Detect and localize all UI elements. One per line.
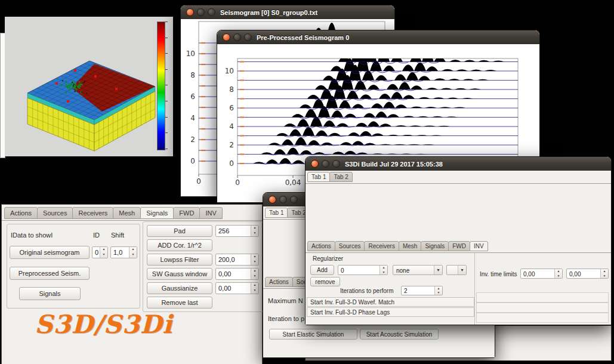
s3di-top-tab-tab-1[interactable]: Tab 1 [307, 172, 330, 182]
sw-gauss-window-button[interactable]: SW Gauss window [147, 268, 212, 280]
spinner-arrows-icon[interactable]: ▲▼ [251, 269, 258, 279]
spinner-arrows-icon[interactable]: ▲▼ [129, 247, 137, 258]
spinner-arrows-icon[interactable]: ▲▼ [554, 269, 562, 278]
minimize-icon[interactable] [322, 160, 329, 168]
inv-time-limit-1-spinner[interactable]: 0,00▲▼ [520, 269, 563, 279]
start-inv-phase-lags-button[interactable]: Start Inv. Full-3-D Phase Lags [307, 307, 474, 317]
shift-spinner[interactable]: 1,0▲▼ [110, 246, 137, 258]
svg-text:8: 8 [190, 71, 195, 79]
start-elastic-simulation-button[interactable]: Start Elastic Simulation [269, 329, 357, 340]
seismogram-id-spinner[interactable]: 0▲▼ [92, 246, 108, 258]
close-icon[interactable] [311, 160, 319, 168]
iterations-spinner[interactable]: 2▲▼ [401, 286, 443, 295]
spinner-arrows-icon[interactable]: ▲▼ [600, 269, 608, 278]
source-marker [73, 82, 75, 84]
main-tab-actions[interactable]: Actions [4, 207, 38, 219]
svg-text:8: 8 [229, 85, 234, 94]
signals-button[interactable]: Signals [19, 287, 81, 300]
spinner-arrows-icon[interactable]: ▲▼ [251, 226, 258, 236]
close-icon[interactable] [223, 33, 230, 41]
spinner-value: 256 [218, 227, 229, 235]
maximize-icon[interactable] [208, 8, 215, 16]
lowpass-spinner[interactable]: 200,0▲▼ [215, 254, 259, 266]
spinner-arrows-icon[interactable]: ▲▼ [251, 254, 258, 265]
window-controls [311, 160, 340, 168]
maximize-icon[interactable] [244, 33, 252, 41]
original-seismogram-button[interactable]: Original seismogram [10, 246, 90, 259]
start-acoustic-simulation-button[interactable]: Start Acoustic Simulation [360, 329, 439, 340]
add-cor-button[interactable]: ADD Cor. 1/r^2 [147, 239, 212, 251]
gaussianize-spinner[interactable]: 0,00▲▼ [215, 282, 259, 294]
s3di-tab-sources[interactable]: Sources [335, 241, 365, 251]
preprocessed-seism-button[interactable]: Preprocessed Seism. [10, 267, 90, 280]
spinner-arrows-icon[interactable]: ▲▼ [251, 283, 258, 294]
s3d-top-tab-tab-1[interactable]: Tab 1 [265, 208, 288, 218]
gaussianize-button[interactable]: Gaussianize [147, 282, 212, 294]
source-marker [76, 89, 78, 91]
s3di-tab-fwd[interactable]: FWD [448, 241, 470, 251]
spinner-arrows-icon[interactable]: ▲▼ [379, 266, 387, 274]
s3di-tab-receivers[interactable]: Receivers [364, 241, 399, 251]
sw-gauss-spinner[interactable]: 0,00▲▼ [215, 268, 259, 280]
close-icon[interactable] [269, 196, 276, 203]
spinner-value: 1,0 [113, 249, 122, 256]
main-tab-fwd[interactable]: FWD [173, 207, 200, 219]
spinner-arrows-icon[interactable]: ▲▼ [100, 247, 107, 258]
s3d-tab-actions[interactable]: Actions [265, 277, 293, 287]
id-header: ID [93, 232, 100, 239]
pad-button[interactable]: Pad [147, 225, 212, 237]
minimize-icon[interactable] [233, 33, 241, 41]
list-item [476, 292, 609, 303]
main-tab-mesh[interactable]: Mesh [113, 207, 141, 219]
regularizer-type-dropdown[interactable]: none▼ [393, 265, 443, 275]
mesh-3d-panel [5, 17, 173, 156]
regularizer-add-button[interactable]: Add [310, 265, 334, 275]
s3di-top-tab-tab-2[interactable]: Tab 2 [329, 172, 352, 182]
list-item [476, 303, 609, 313]
titlebar[interactable]: S3Di Build Jul 29 2017 15:05:38 [306, 157, 611, 171]
source-marker [70, 84, 72, 86]
s3di-top-tabs: Tab 1Tab 2 [307, 172, 352, 182]
minimize-icon[interactable] [197, 8, 205, 16]
regularizer-extra-dropdown[interactable]: ▼ [446, 265, 467, 275]
main-tab-signals[interactable]: Signals [140, 207, 174, 219]
maximize-icon[interactable] [332, 160, 340, 168]
spinner-arrows-icon[interactable]: ▲▼ [434, 286, 442, 295]
s3di-tab-actions[interactable]: Actions [307, 241, 335, 251]
svg-text:2: 2 [190, 135, 195, 144]
svg-text:2: 2 [229, 141, 234, 149]
lowpass-filter-button[interactable]: Lowpss Filter [147, 254, 212, 266]
close-icon[interactable] [186, 8, 194, 16]
regularizer-remove-button[interactable]: remove [310, 277, 340, 286]
chevron-down-icon[interactable]: ▼ [434, 266, 442, 274]
titlebar[interactable]: Seismogram [0] S0_rgroup0.txt [181, 5, 394, 19]
source-marker [80, 84, 82, 85]
inv-time-limit-2-spinner[interactable]: 0,00▲▼ [566, 269, 609, 279]
s3di-tab-mesh[interactable]: Mesh [399, 241, 421, 251]
svg-text:6: 6 [229, 104, 234, 112]
remove-last-button[interactable]: Remove last [147, 297, 212, 309]
svg-text:0,04: 0,04 [285, 178, 301, 187]
spinner-value: 0 [95, 249, 98, 256]
s3di-tab-inv[interactable]: INV [470, 241, 488, 251]
s3di-tab-signals[interactable]: Signals [421, 241, 449, 251]
pad-spinner[interactable]: 256▲▼ [215, 225, 259, 237]
svg-text:6: 6 [190, 92, 195, 101]
data-to-show-group: IData to showI ID Shift Original seismog… [7, 224, 140, 309]
receiver-marker [115, 88, 118, 90]
minimize-icon[interactable] [279, 196, 287, 203]
main-tab-inv[interactable]: INV [199, 207, 222, 219]
window-title: Seismogram [0] S0_rgroup0.txt [220, 9, 317, 16]
maximize-icon[interactable] [290, 196, 298, 203]
start-inv-wavef-match-button[interactable]: Start Inv. Full-3-D Wavef. Match [307, 297, 474, 307]
list-item [476, 313, 609, 323]
source-marker [60, 85, 62, 87]
svg-text:4: 4 [190, 114, 195, 122]
main-tab-receivers[interactable]: Receivers [72, 207, 113, 219]
titlebar[interactable]: Pre-Processed Seismogram 0 [217, 30, 539, 44]
main-section-tabs: ActionsSourcesReceiversMeshSignalsFWDINV [4, 207, 222, 219]
chevron-down-icon[interactable]: ▼ [458, 266, 466, 274]
inv-time-limits-label: Inv. time limits [480, 271, 517, 277]
regularizer-value-spinner[interactable]: 0▲▼ [338, 265, 388, 275]
main-tab-sources[interactable]: Sources [37, 207, 73, 219]
